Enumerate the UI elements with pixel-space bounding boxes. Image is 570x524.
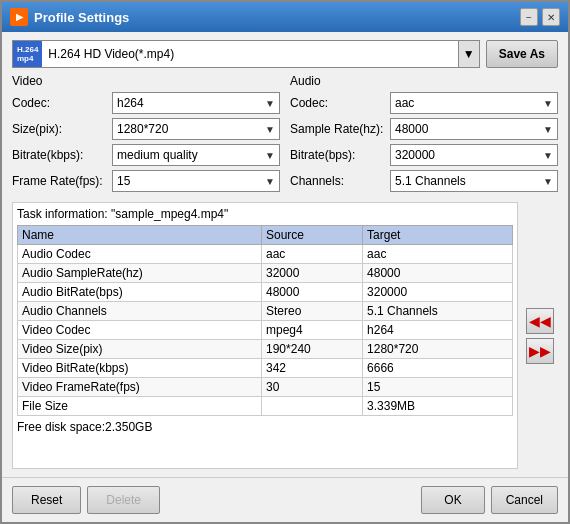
cell-target: 48000 xyxy=(363,264,513,283)
cell-source: Stereo xyxy=(262,302,363,321)
col-target-header: Target xyxy=(363,226,513,245)
bottom-right: OK Cancel xyxy=(421,486,558,514)
prev-button[interactable]: ◀◀ xyxy=(526,308,554,334)
profile-selector[interactable]: H.264mp4 H.264 HD Video(*.mp4) ▼ xyxy=(12,40,480,68)
video-size-row: Size(pix): 1280*720 ▼ xyxy=(12,118,280,140)
audio-channels-value: 5.1 Channels xyxy=(395,174,466,188)
audio-group: Audio Codec: aac ▼ Sample Rate(hz): 4800… xyxy=(290,74,558,196)
delete-button[interactable]: Delete xyxy=(87,486,160,514)
video-size-label: Size(pix): xyxy=(12,122,112,136)
cell-name: Audio Channels xyxy=(18,302,262,321)
audio-bitrate-arrow: ▼ xyxy=(543,150,553,161)
table-row: Audio SampleRate(hz)3200048000 xyxy=(18,264,513,283)
settings-row: Video Codec: h264 ▼ Size(pix): 1280*720 … xyxy=(12,74,558,196)
reset-button[interactable]: Reset xyxy=(12,486,81,514)
audio-samplerate-label: Sample Rate(hz): xyxy=(290,122,390,136)
profile-dropdown-arrow[interactable]: ▼ xyxy=(458,41,479,67)
col-source-header: Source xyxy=(262,226,363,245)
audio-bitrate-select[interactable]: 320000 ▼ xyxy=(390,144,558,166)
cell-target: h264 xyxy=(363,321,513,340)
cell-source: 342 xyxy=(262,359,363,378)
table-row: Audio BitRate(bps)48000320000 xyxy=(18,283,513,302)
audio-codec-value: aac xyxy=(395,96,414,110)
cell-target: aac xyxy=(363,245,513,264)
audio-codec-select[interactable]: aac ▼ xyxy=(390,92,558,114)
video-framerate-label: Frame Rate(fps): xyxy=(12,174,112,188)
video-group-title: Video xyxy=(12,74,280,88)
audio-channels-select[interactable]: 5.1 Channels ▼ xyxy=(390,170,558,192)
bottom-left: Reset Delete xyxy=(12,486,160,514)
cancel-button[interactable]: Cancel xyxy=(491,486,558,514)
cell-name: Video FrameRate(fps) xyxy=(18,378,262,397)
audio-samplerate-select[interactable]: 48000 ▼ xyxy=(390,118,558,140)
video-framerate-arrow: ▼ xyxy=(265,176,275,187)
cell-source: 48000 xyxy=(262,283,363,302)
profile-icon-text: H.264mp4 xyxy=(17,45,38,63)
content-area: H.264mp4 H.264 HD Video(*.mp4) ▼ Save As… xyxy=(2,32,568,477)
audio-channels-row: Channels: 5.1 Channels ▼ xyxy=(290,170,558,192)
audio-samplerate-value: 48000 xyxy=(395,122,428,136)
cell-target: 320000 xyxy=(363,283,513,302)
table-row: Video Size(pix)190*2401280*720 xyxy=(18,340,513,359)
video-framerate-select[interactable]: 15 ▼ xyxy=(112,170,280,192)
audio-bitrate-label: Bitrate(bps): xyxy=(290,148,390,162)
cell-name: Audio Codec xyxy=(18,245,262,264)
cell-source xyxy=(262,397,363,416)
video-codec-value: h264 xyxy=(117,96,144,110)
nav-arrows: ◀◀ ▶▶ xyxy=(522,202,558,469)
cell-target: 5.1 Channels xyxy=(363,302,513,321)
table-row: Video FrameRate(fps)3015 xyxy=(18,378,513,397)
audio-group-title: Audio xyxy=(290,74,558,88)
video-size-select[interactable]: 1280*720 ▼ xyxy=(112,118,280,140)
info-table: Name Source Target Audio CodecaacaacAudi… xyxy=(17,225,513,416)
cell-target: 15 xyxy=(363,378,513,397)
col-name-header: Name xyxy=(18,226,262,245)
audio-channels-label: Channels: xyxy=(290,174,390,188)
audio-samplerate-row: Sample Rate(hz): 48000 ▼ xyxy=(290,118,558,140)
title-bar: ▶ Profile Settings − ✕ xyxy=(2,2,568,32)
audio-codec-label: Codec: xyxy=(290,96,390,110)
app-icon: ▶ xyxy=(10,8,28,26)
disk-space: Free disk space:2.350GB xyxy=(17,420,513,434)
cell-source: mpeg4 xyxy=(262,321,363,340)
video-size-arrow: ▼ xyxy=(265,124,275,135)
bottom-bar: Reset Delete OK Cancel xyxy=(2,477,568,522)
video-codec-label: Codec: xyxy=(12,96,112,110)
cell-target: 6666 xyxy=(363,359,513,378)
cell-target: 3.339MB xyxy=(363,397,513,416)
save-as-button[interactable]: Save As xyxy=(486,40,558,68)
profile-icon: H.264mp4 xyxy=(13,41,42,67)
title-bar-left: ▶ Profile Settings xyxy=(10,8,129,26)
top-bar: H.264mp4 H.264 HD Video(*.mp4) ▼ Save As xyxy=(12,40,558,68)
video-bitrate-row: Bitrate(kbps): medium quality ▼ xyxy=(12,144,280,166)
video-framerate-value: 15 xyxy=(117,174,130,188)
audio-channels-arrow: ▼ xyxy=(543,176,553,187)
ok-button[interactable]: OK xyxy=(421,486,484,514)
audio-codec-arrow: ▼ xyxy=(543,98,553,109)
profile-value: H.264 HD Video(*.mp4) xyxy=(42,45,457,63)
cell-name: Video BitRate(kbps) xyxy=(18,359,262,378)
window-title: Profile Settings xyxy=(34,10,129,25)
video-codec-select[interactable]: h264 ▼ xyxy=(112,92,280,114)
video-framerate-row: Frame Rate(fps): 15 ▼ xyxy=(12,170,280,192)
audio-bitrate-value: 320000 xyxy=(395,148,435,162)
cell-target: 1280*720 xyxy=(363,340,513,359)
video-bitrate-arrow: ▼ xyxy=(265,150,275,161)
close-button[interactable]: ✕ xyxy=(542,8,560,26)
cell-name: Video Size(pix) xyxy=(18,340,262,359)
audio-samplerate-arrow: ▼ xyxy=(543,124,553,135)
video-bitrate-select[interactable]: medium quality ▼ xyxy=(112,144,280,166)
video-size-value: 1280*720 xyxy=(117,122,168,136)
next-button[interactable]: ▶▶ xyxy=(526,338,554,364)
video-codec-arrow: ▼ xyxy=(265,98,275,109)
profile-settings-window: ▶ Profile Settings − ✕ H.264mp4 H.264 HD… xyxy=(0,0,570,524)
cell-name: Video Codec xyxy=(18,321,262,340)
cell-name: File Size xyxy=(18,397,262,416)
table-row: Audio ChannelsStereo5.1 Channels xyxy=(18,302,513,321)
cell-source: 190*240 xyxy=(262,340,363,359)
table-row: Video BitRate(kbps)3426666 xyxy=(18,359,513,378)
minimize-button[interactable]: − xyxy=(520,8,538,26)
title-controls: − ✕ xyxy=(520,8,560,26)
cell-source: 30 xyxy=(262,378,363,397)
info-section: Task information: "sample_mpeg4.mp4" Nam… xyxy=(12,202,518,469)
